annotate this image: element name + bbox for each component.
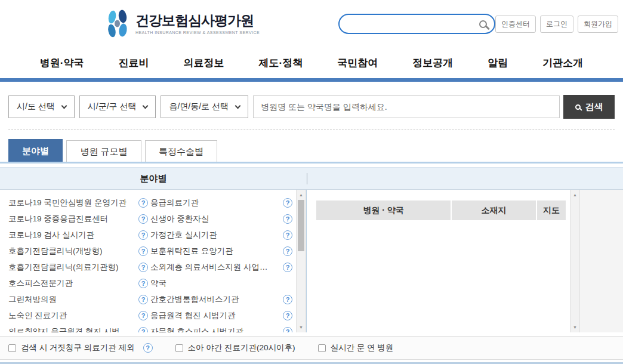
help-icon[interactable]	[283, 311, 292, 320]
scroll-down-icon[interactable]: ▼	[297, 323, 306, 332]
list-item[interactable]: 소외계층 의료서비스지원 사업…	[150, 259, 292, 275]
tab-by-hospital-size[interactable]: 병원 규모별	[66, 140, 141, 162]
list-item[interactable]: 코로나19 국민안심병원 운영기관	[8, 195, 148, 211]
search-button[interactable]: 검색	[563, 95, 615, 119]
list-item-label: 신생아 중환자실	[150, 214, 209, 224]
search-icon[interactable]	[479, 20, 487, 28]
list-item[interactable]: 간호간병통합서비스기관	[150, 291, 292, 307]
search-icon	[575, 104, 581, 110]
header-search	[338, 14, 495, 34]
list-item-label: 의료취약지 응급원격 협진 시범	[8, 326, 120, 333]
list-item-label: 소외계층 의료서비스지원 사업…	[150, 262, 268, 273]
tab-by-field[interactable]: 분야별	[8, 139, 63, 162]
list-item[interactable]: 응급의료기관	[150, 195, 292, 211]
nav-item-medical-fee[interactable]: 진료비	[101, 56, 166, 70]
checkbox-pediatric-night-clinic[interactable]: 소아 야간 진료기관(20시이후)	[175, 343, 295, 353]
dashed-divider	[8, 129, 615, 130]
help-icon[interactable]	[143, 343, 153, 353]
chevron-down-icon	[61, 103, 67, 109]
help-icon[interactable]	[138, 311, 148, 320]
help-icon[interactable]	[138, 230, 148, 240]
panel-title: 분야별	[0, 173, 307, 184]
list-item-label: 코로나19 중증응급진료센터	[8, 214, 108, 224]
nav-item-disclosure[interactable]: 정보공개	[395, 56, 470, 70]
scroll-up-icon[interactable]: ▲	[570, 190, 579, 199]
list-item[interactable]: 노숙인 진료기관	[8, 307, 148, 323]
results-scrollbar[interactable]: ▲ ▼	[570, 190, 580, 332]
help-icon[interactable]	[283, 214, 292, 224]
checkbox[interactable]	[8, 344, 16, 352]
help-icon[interactable]	[283, 295, 292, 304]
list-item-label: 응급의료기관	[150, 198, 199, 208]
list-item[interactable]: 의료취약지 응급원격 협진 시범	[8, 323, 148, 332]
help-icon[interactable]	[138, 263, 148, 272]
tab-by-surgery[interactable]: 특정수술별	[145, 140, 217, 162]
help-icon[interactable]	[138, 198, 148, 208]
global-nav: 병원·약국 진료비 의료정보 제도·정책 국민참여 정보공개 알림 기관소개	[0, 48, 623, 82]
category-tabs: 분야별 병원 규모별 특정수술별	[0, 139, 623, 164]
nav-item-policy[interactable]: 제도·정책	[242, 56, 320, 70]
search-button-label: 검색	[585, 101, 603, 113]
checkbox-open-now-hospital[interactable]: 실시간 문 연 병원	[318, 343, 394, 353]
list-item[interactable]: 호흡기전담클리닉(의료기관형)	[8, 259, 148, 275]
top-header: 건강보험심사평가원 HEALTH INSURANCE REVIEW & ASSE…	[0, 0, 623, 48]
panel-header: 분야별	[0, 168, 623, 190]
checkbox-exclude-false-claims[interactable]: 검색 시 거짓청구 의료기관 제외	[8, 343, 153, 353]
list-item[interactable]: 자문형 호스피스 시범기관	[150, 323, 292, 332]
list-item[interactable]: 약국	[150, 275, 292, 291]
category-column-left: 코로나19 국민안심병원 운영기관 코로나19 중증응급진료센터 코로나19 검…	[8, 195, 148, 332]
list-item-label: 보훈위탁진료 요양기관	[150, 246, 233, 257]
help-icon[interactable]	[138, 327, 148, 333]
scrollbar-thumb[interactable]	[298, 200, 304, 251]
scroll-down-icon[interactable]: ▼	[570, 323, 579, 332]
list-item-label: 노숙인 진료기관	[8, 310, 67, 321]
nav-item-hospital-pharmacy[interactable]: 병원·약국	[23, 56, 101, 70]
sido-select[interactable]: 시/도 선택	[8, 95, 75, 118]
filter-row: 시/도 선택 시/군/구 선택 읍/면/동/로 선택 검색	[8, 95, 615, 119]
nav-item-about[interactable]: 기관소개	[525, 56, 600, 70]
nav-item-participation[interactable]: 국민참여	[320, 56, 395, 70]
signup-button[interactable]: 회원가입	[578, 16, 618, 33]
help-icon[interactable]	[138, 214, 148, 224]
list-item[interactable]: 그린처방의원	[8, 291, 148, 307]
list-item[interactable]: 호스피스전문기관	[8, 275, 148, 291]
nav-item-notice[interactable]: 알림	[470, 56, 525, 70]
logo-text: 건강보험심사평가원 HEALTH INSURANCE REVIEW & ASSE…	[135, 13, 260, 34]
cert-center-button[interactable]: 인증센터	[495, 16, 536, 33]
sigungu-select[interactable]: 시/군/구 선택	[79, 95, 156, 118]
search-filter-section: 시/도 선택 시/군/구 선택 읍/면/동/로 선택 검색	[0, 82, 623, 130]
header-search-input[interactable]	[349, 18, 479, 29]
scroll-up-icon[interactable]: ▲	[297, 190, 306, 199]
list-item[interactable]: 코로나19 중증응급진료센터	[8, 211, 148, 227]
category-list-scrollbar[interactable]: ▲ ▼	[296, 190, 306, 332]
login-button[interactable]: 로그인	[540, 16, 573, 33]
chevron-down-icon	[235, 103, 241, 109]
column-location: 소재지	[452, 200, 536, 220]
chevron-down-icon	[143, 103, 149, 109]
list-item[interactable]: 응급원격 협진 시범기관	[150, 307, 292, 323]
dong-select[interactable]: 읍/면/동/로 선택	[161, 95, 248, 118]
checkbox[interactable]	[175, 344, 183, 352]
help-icon[interactable]	[283, 327, 292, 333]
help-icon[interactable]	[283, 230, 292, 240]
list-item-label: 호흡기전담클리닉(의료기관형)	[8, 262, 119, 273]
help-icon[interactable]	[283, 198, 292, 208]
hira-logo[interactable]: 건강보험심사평가원 HEALTH INSURANCE REVIEW & ASSE…	[104, 10, 260, 38]
help-icon[interactable]	[283, 246, 292, 256]
list-item[interactable]: 코로나19 검사 실시기관	[8, 227, 148, 243]
nav-item-medical-info[interactable]: 의료정보	[166, 56, 242, 70]
footer-filter-bar: 검색 시 거짓청구 의료기관 제외 소아 야간 진료기관(20시이후) 실시간 …	[0, 336, 623, 360]
column-hospital-pharmacy: 병원 · 약국	[316, 200, 451, 220]
list-item-label: 호흡기전담클리닉(개방형)	[8, 246, 103, 257]
help-icon[interactable]	[138, 279, 148, 288]
list-item[interactable]: 보훈위탁진료 요양기관	[150, 243, 292, 259]
help-icon[interactable]	[138, 246, 148, 256]
checkbox[interactable]	[318, 344, 326, 352]
help-icon[interactable]	[283, 263, 292, 272]
hira-logo-icon	[104, 10, 131, 38]
list-item[interactable]: 가정간호 실시기관	[150, 227, 292, 243]
list-item[interactable]: 신생아 중환자실	[150, 211, 292, 227]
keyword-input[interactable]	[253, 95, 560, 118]
help-icon[interactable]	[138, 295, 148, 304]
list-item[interactable]: 호흡기전담클리닉(개방형)	[8, 243, 148, 259]
